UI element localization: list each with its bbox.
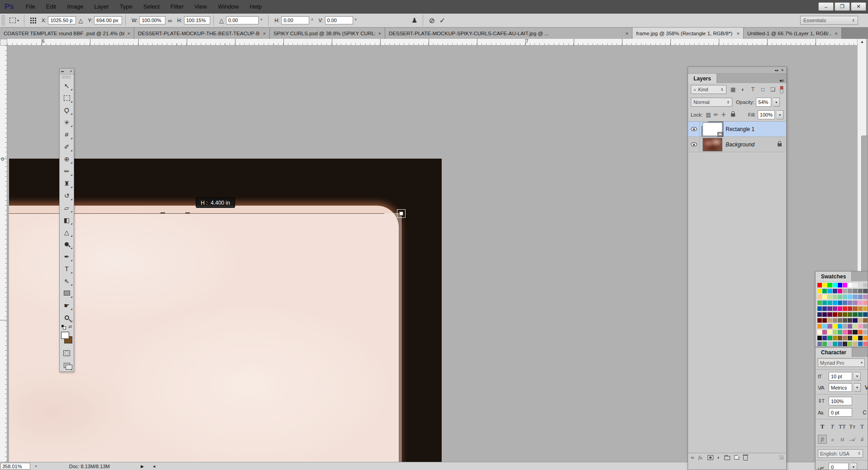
tools-panel-grip[interactable] xyxy=(62,75,71,79)
vskew-input[interactable]: 0.00 xyxy=(325,16,353,24)
baseline-shift-input[interactable]: 0 pt xyxy=(829,408,852,417)
document-tab[interactable]: DESSERT-PLATE-MOCKUP-SPIKY-CURLS-CAFE-AU… xyxy=(385,28,632,39)
rectangular-marquee-tool[interactable] xyxy=(60,92,74,104)
color-swatch[interactable] xyxy=(863,329,868,335)
color-swatch[interactable] xyxy=(863,288,868,294)
options-bar-grip[interactable] xyxy=(1,15,5,25)
color-swatch[interactable] xyxy=(863,282,868,288)
tab-close-icon[interactable]: × xyxy=(626,31,628,36)
ruler-corner[interactable] xyxy=(0,39,7,46)
type-tool[interactable]: T xyxy=(60,263,74,275)
delta-icon[interactable]: △ xyxy=(78,17,83,24)
layer-row[interactable]: Background xyxy=(688,137,786,152)
document-size-info[interactable]: Doc: 8.13M/8.13M xyxy=(41,464,138,469)
document-tab[interactable]: COASTER TEMPLATE round BBF .psd @ 21.4% … xyxy=(0,28,134,39)
font-size-dropdown[interactable]: ▾ xyxy=(854,372,861,381)
default-colors-icon[interactable] xyxy=(61,325,66,329)
interpolation-icon[interactable]: ♟ xyxy=(411,16,417,24)
contextual-alternates-button[interactable]: ℴ xyxy=(828,435,837,444)
layer-thumbnail[interactable] xyxy=(703,138,722,151)
transform-tool-icon[interactable]: ▾ xyxy=(9,18,19,23)
layer-name[interactable]: Rectangle 1 xyxy=(726,126,755,132)
lock-paint-icon[interactable]: ✏ xyxy=(712,111,720,119)
spot-healing-brush-tool[interactable]: ⊕ xyxy=(60,153,74,165)
minimize-button[interactable]: – xyxy=(818,2,834,11)
close-panel-icon[interactable]: ✕ xyxy=(70,70,72,73)
font-family-select[interactable]: Myriad Pro ▾ xyxy=(818,358,865,367)
layer-visibility-toggle[interactable] xyxy=(688,122,700,136)
font-size-input[interactable]: 10 pt xyxy=(829,372,852,381)
filter-toggle-switch[interactable] xyxy=(780,86,783,94)
eyedropper-tool[interactable]: ✐ xyxy=(60,141,74,153)
layer-visibility-toggle[interactable] xyxy=(688,137,700,152)
filter-adjustment-layers-icon[interactable]: ◐ xyxy=(738,85,748,94)
link-dimensions-icon[interactable]: ∞ xyxy=(168,17,172,24)
eraser-tool[interactable]: ▱ xyxy=(60,202,74,214)
reference-point-locator[interactable] xyxy=(30,18,36,24)
add-layer-mask-icon[interactable] xyxy=(708,455,713,460)
menu-layer[interactable]: Layer xyxy=(89,0,114,13)
tab-swatches[interactable]: Swatches xyxy=(816,272,852,281)
restore-button[interactable]: ❐ xyxy=(835,2,850,11)
transform-right-edge[interactable] xyxy=(401,213,401,462)
opacity-input[interactable]: 54% xyxy=(756,98,771,107)
zoom-tool[interactable] xyxy=(60,311,74,324)
link-layers-icon[interactable]: ∞ xyxy=(691,455,694,460)
faux-bold-button[interactable]: T xyxy=(818,422,827,431)
quick-selection-tool[interactable]: ✳ xyxy=(60,116,74,128)
small-caps-button[interactable]: Tᴛ xyxy=(848,422,857,431)
kerning-input[interactable]: Metrics xyxy=(829,383,852,392)
layer-thumbnail[interactable] xyxy=(703,122,722,136)
scroll-up-arrow[interactable]: ▲ xyxy=(858,40,867,46)
layer-style-fx-icon[interactable]: fx. xyxy=(698,455,703,460)
new-group-icon[interactable] xyxy=(724,455,730,460)
vertical-scale-input[interactable]: 100% xyxy=(829,397,852,405)
scroll-left-arrow[interactable]: ◄ xyxy=(152,464,156,469)
menu-type[interactable]: Type xyxy=(114,0,138,13)
tab-close-icon[interactable]: × xyxy=(378,31,381,36)
menu-help[interactable]: Help xyxy=(244,0,267,13)
document-tab[interactable]: SPIKY CURLS.psd @ 38.8% (SPIKY CURLS cop… xyxy=(270,28,385,39)
history-brush-tool[interactable]: ↺ xyxy=(60,189,74,202)
layer-row[interactable]: Rectangle 1 xyxy=(688,122,786,137)
tab-layers[interactable]: Layers xyxy=(688,74,717,83)
tab-character[interactable]: Character xyxy=(816,348,852,357)
menu-file[interactable]: File xyxy=(20,0,41,13)
filter-shape-layers-icon[interactable]: □ xyxy=(758,85,768,94)
menu-view[interactable]: View xyxy=(189,0,212,13)
filter-pixel-layers-icon[interactable]: ▦ xyxy=(728,85,738,94)
document-tab[interactable]: Untitled-1 @ 66.7% (Layer 1, RGB/...× xyxy=(744,28,842,39)
rotate-input[interactable]: 0.00 xyxy=(226,16,259,24)
dodge-tool[interactable] xyxy=(60,238,74,250)
zoom-level-input[interactable] xyxy=(0,463,30,470)
digits-input[interactable]: 0 xyxy=(829,463,849,470)
brush-tool[interactable]: ✏ xyxy=(60,165,74,177)
stylistic-alternates-button[interactable]: ā xyxy=(858,435,867,444)
clone-stamp-tool[interactable]: ♜ xyxy=(60,177,74,189)
color-swatch[interactable] xyxy=(863,294,868,300)
layer-name[interactable]: Background xyxy=(726,141,755,148)
adjustment-layer-icon[interactable]: ◐ xyxy=(717,455,721,460)
transform-corner-handle[interactable] xyxy=(399,212,403,216)
superscript-button[interactable]: T xyxy=(858,422,867,431)
fill-dropdown-button[interactable]: ▾ xyxy=(777,110,783,119)
document-tab[interactable]: frame.jpg @ 358% (Rectangle 1, RGB/8*) *… xyxy=(632,28,744,39)
foreground-color-swatch[interactable] xyxy=(61,332,69,339)
tab-close-icon[interactable]: × xyxy=(835,31,838,36)
filter-kind-select[interactable]: ⌕ Kind ⇕ xyxy=(691,85,726,94)
quick-mask-button[interactable] xyxy=(60,347,74,359)
close-button[interactable]: ✕ xyxy=(851,2,866,11)
delete-layer-icon[interactable] xyxy=(743,455,748,461)
path-selection-tool[interactable]: ⇖ xyxy=(60,275,74,287)
tab-close-icon[interactable]: × xyxy=(127,31,130,36)
move-tool[interactable]: ↖ xyxy=(60,80,74,92)
gradient-tool[interactable]: ◧ xyxy=(60,214,74,226)
horizontal-ruler[interactable]: 6 7 xyxy=(7,39,857,46)
lock-transparency-icon[interactable]: ▨ xyxy=(704,111,712,119)
x-input[interactable]: 1025.50 p xyxy=(48,16,76,24)
menu-select[interactable]: Select xyxy=(138,0,165,13)
all-caps-button[interactable]: TT xyxy=(838,422,847,431)
tab-close-icon[interactable]: × xyxy=(737,31,740,36)
blend-mode-select[interactable]: Normal ⇕ xyxy=(691,98,732,107)
cancel-transform-icon[interactable]: ⊘ xyxy=(429,16,434,25)
